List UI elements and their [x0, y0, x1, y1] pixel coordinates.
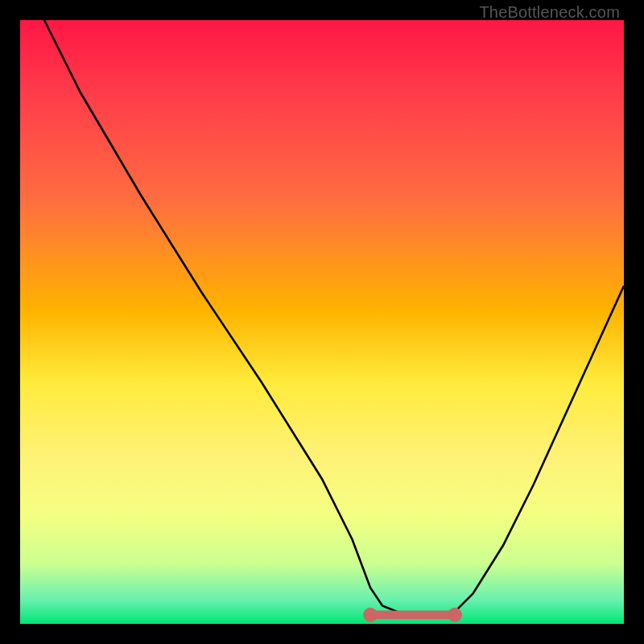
- watermark-text: TheBottleneck.com: [479, 3, 620, 22]
- plot-area: [20, 20, 624, 624]
- floor-marker: [363, 608, 462, 622]
- floor-marker-dot-2: [448, 608, 462, 622]
- chart-svg: [20, 20, 624, 624]
- floor-marker-dot-1: [363, 608, 378, 622]
- bottleneck-curve: [44, 20, 624, 618]
- chart-frame: TheBottleneck.com: [0, 0, 644, 644]
